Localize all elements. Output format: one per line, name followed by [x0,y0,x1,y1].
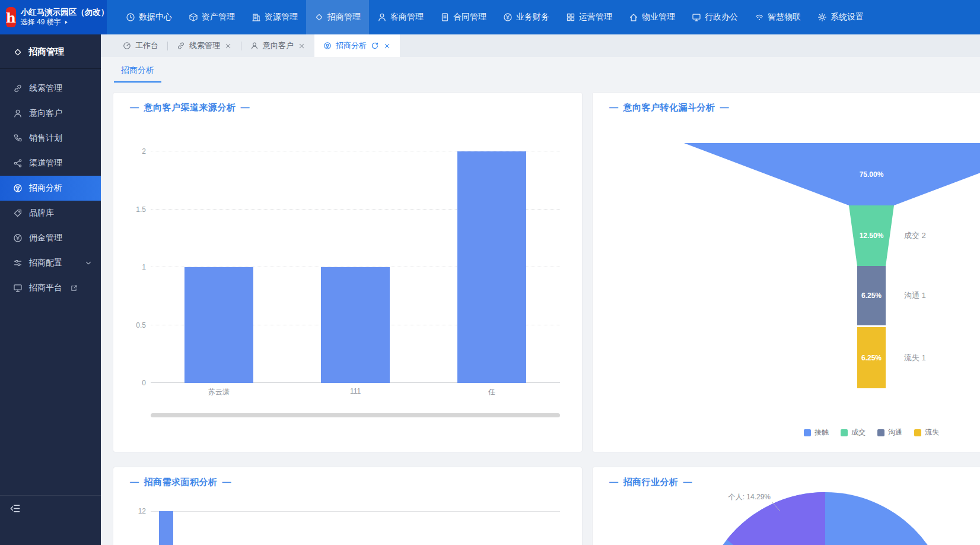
user-icon [250,42,259,50]
sidebar-item-channel-mgmt[interactable]: 渠道管理 [0,151,101,176]
open-tabs-bar: 工作台 线索管理 意向客户 招商分析 [101,34,980,57]
legend-swatch-icon [841,429,848,436]
nav-item-contract-mgmt[interactable]: 合同管理 [432,0,495,34]
sidebar-footer [0,495,101,545]
legend-item-沟通[interactable]: 沟通 [877,427,902,438]
y-axis-tick: 12 [138,507,146,515]
nav-item-asset-mgmt[interactable]: 资产管理 [180,0,243,34]
sidebar-item-brand-library[interactable]: 品牌库 [0,201,101,226]
external-link-icon [70,284,78,292]
legend-swatch-icon [804,429,811,436]
nav-item-business-finance[interactable]: 业务财务 [495,0,558,34]
nav-item-resource-mgmt[interactable]: 资源管理 [243,0,306,34]
funnel-icon [323,42,332,50]
legend-item-成交[interactable]: 成交 [841,427,866,438]
diamond-icon [13,47,23,57]
bar-任 [457,151,526,383]
sidebar-menu: 线索管理 意向客户 销售计划 渠道管理 招商分析 [0,69,101,300]
funnel-chart: 75.00%12.50%成交 26.25%沟通 16.25%流失 1 [593,93,980,452]
link-icon [13,84,23,93]
funnel-icon [13,183,23,193]
nav-item-merchant-mgmt[interactable]: 客商管理 [369,0,432,34]
bar-苏云潇 [184,267,253,383]
diamond-icon [314,12,324,22]
phone-icon [13,134,23,143]
legend-swatch-icon [877,429,884,436]
nav-item-system-settings[interactable]: 系统设置 [809,0,872,34]
clock-icon [126,12,135,22]
bar-111 [321,267,390,383]
caret-right-icon [63,20,69,25]
bar [159,511,173,545]
tag-icon [13,208,23,218]
y-axis-tick: 0.5 [136,321,146,329]
x-axis-label: 111 [350,387,361,395]
app-root: { "accent": { "topbar_bg": "#1366cd", "l… [0,0,980,545]
grid-icon [566,12,575,22]
platform-icon [13,283,23,293]
funnel-legend: 接触成交沟通流失 [804,427,939,438]
coin-icon [503,12,513,22]
tab-investment-analysis[interactable]: 招商分析 [314,34,400,57]
close-tab-icon[interactable] [383,42,391,50]
brand-logo-icon[interactable]: h [6,7,16,27]
sidebar-item-commission-mgmt[interactable]: 佣金管理 [0,226,101,251]
doc-icon [440,12,450,22]
sidebar-item-investment-platform[interactable]: 招商平台 [0,275,101,300]
collapse-sidebar-icon[interactable] [9,503,21,514]
pie-callout-label: 个人: 14.29% [728,493,771,501]
funnel-side-label: 流失 1 [904,353,926,362]
nav-item-property-mgmt[interactable]: 物业管理 [621,0,683,34]
legend-swatch-icon [914,429,921,436]
refresh-tab-icon[interactable] [371,42,379,50]
page-tabs: 招商分析 [101,57,980,84]
sidebar-item-leads-mgmt[interactable]: 线索管理 [0,76,101,101]
funnel-side-label: 成交 2 [904,231,926,240]
sidebar-item-investment-analysis[interactable]: 招商分析 [0,176,101,201]
sidebar-item-intent-customers[interactable]: 意向客户 [0,101,101,126]
y-axis-tick: 1 [142,263,146,271]
card-title: —意向客户渠道来源分析— [125,102,254,113]
tab-workbench[interactable]: 工作台 [114,34,167,57]
nav-item-investment-mgmt[interactable]: 招商管理 [306,0,369,34]
close-tab-icon[interactable] [298,42,306,50]
tab-intent-customers[interactable]: 意向客户 [241,34,314,57]
share-icon [13,159,23,168]
funnel-percent-label: 6.25% [861,354,882,362]
nav-item-data-center[interactable]: 数据中心 [117,0,180,34]
tab-leads-mgmt[interactable]: 线索管理 [168,34,241,57]
top-navigation: 数据中心 资产管理 资源管理 招商管理 客商管理 合同管理 业务财务 [117,0,872,34]
legend-item-接触[interactable]: 接触 [804,427,829,438]
user-icon [13,109,23,118]
monitor-icon [692,12,701,22]
card-channel-source-analysis: —意向客户渠道来源分析— 00.511.52苏云潇111任 [113,92,583,452]
funnel-percent-label: 75.00% [860,170,884,179]
card-title: —招商行业分析— [604,477,697,488]
tab-investment-analysis[interactable]: 招商分析 [114,61,161,83]
x-axis-label: 任 [488,387,495,397]
building-selector[interactable]: 选择 49 楼宇 [21,18,109,27]
funnel-stage-接触 [684,143,980,205]
sidebar-item-investment-config[interactable]: 招商配置 [0,251,101,275]
y-axis-tick: 1.5 [136,205,146,214]
x-axis-label: 苏云潇 [208,387,230,397]
topbar: h 小红马演示园区（勿改） 选择 49 楼宇 数据中心 资产管理 资源管理 招商… [0,0,980,34]
logo-block: h 小红马演示园区（勿改） 选择 49 楼宇 [0,0,107,34]
coin-icon [13,233,23,243]
nav-item-smart-iot[interactable]: 智慧物联 [746,0,809,34]
close-tab-icon[interactable] [224,42,232,50]
nav-item-operation-mgmt[interactable]: 运营管理 [558,0,621,34]
sliders-icon [13,258,23,268]
nav-item-admin-office[interactable]: 行政办公 [683,0,746,34]
sidebar-item-sales-plan[interactable]: 销售计划 [0,126,101,151]
card-conversion-funnel-analysis: —意向客户转化漏斗分析— 75.00%12.50%成交 26.25%沟通 16.… [592,92,980,452]
gridline [151,511,560,512]
y-axis-tick: 0 [142,379,146,387]
gear-icon [817,12,827,22]
building-icon [252,12,261,22]
legend-item-流失[interactable]: 流失 [914,427,939,438]
chart-horizontal-scrollbar[interactable] [151,413,560,417]
funnel-percent-label: 12.50% [860,232,884,240]
home-icon [629,12,638,22]
mini-bar-chart-plot: 12 [151,467,560,545]
